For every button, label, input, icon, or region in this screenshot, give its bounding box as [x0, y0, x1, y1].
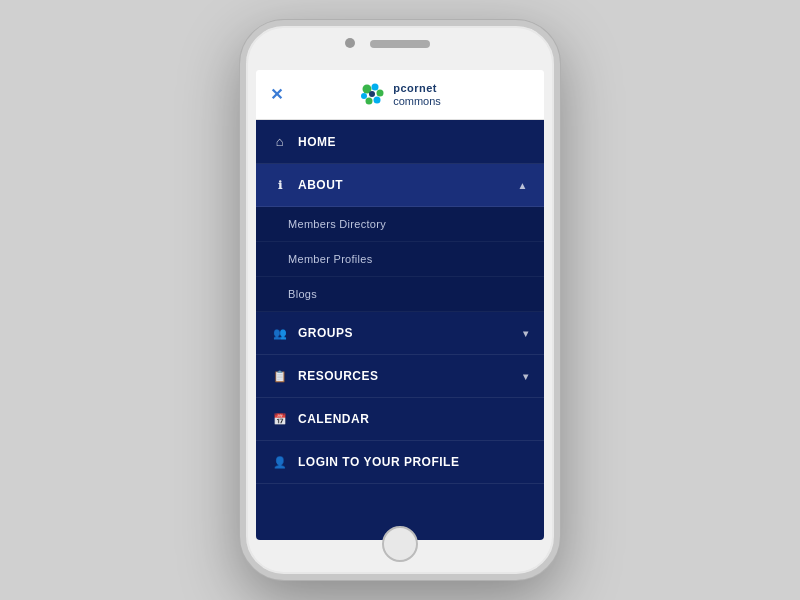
home-icon: ⌂	[272, 134, 288, 149]
nav-item-home[interactable]: ⌂ HOME	[256, 120, 544, 164]
member-profiles-label: Member Profiles	[288, 253, 373, 265]
info-icon: ℹ	[272, 179, 288, 192]
nav-item-groups[interactable]: 👥 GROUPS ▾	[256, 312, 544, 355]
svg-point-3	[374, 96, 381, 103]
nav-label-resources: RESOURCES	[298, 369, 379, 383]
phone-home-button[interactable]	[382, 526, 418, 562]
nav-label-home: HOME	[298, 135, 336, 149]
logo-commons: commons	[393, 95, 441, 107]
svg-point-4	[366, 97, 373, 104]
nav-item-about[interactable]: ℹ ABOUT ▲	[256, 164, 544, 207]
chevron-up-icon: ▲	[518, 180, 528, 191]
phone-speaker	[370, 40, 430, 48]
user-icon: 👤	[272, 456, 288, 469]
blogs-label: Blogs	[288, 288, 317, 300]
logo: pcornet commons	[359, 81, 441, 109]
calendar-icon: 📅	[272, 413, 288, 426]
svg-point-5	[361, 93, 367, 99]
sub-item-blogs[interactable]: Blogs	[256, 277, 544, 312]
nav-label-groups: GROUPS	[298, 326, 353, 340]
logo-text: pcornet commons	[393, 82, 441, 106]
phone-frame: ✕ pcornet commons	[240, 20, 560, 580]
nav-item-resources[interactable]: 📋 RESOURCES ▾	[256, 355, 544, 398]
close-button[interactable]: ✕	[270, 85, 283, 104]
svg-point-6	[369, 91, 375, 97]
sub-item-member-profiles[interactable]: Member Profiles	[256, 242, 544, 277]
logo-icon	[359, 81, 387, 109]
members-directory-label: Members Directory	[288, 218, 386, 230]
nav-item-calendar[interactable]: 📅 CALENDAR	[256, 398, 544, 441]
chevron-down-icon-resources: ▾	[523, 371, 529, 382]
nav-label-about: ABOUT	[298, 178, 343, 192]
logo-pcornet: pcornet	[393, 82, 441, 94]
resources-icon: 📋	[272, 370, 288, 383]
svg-point-2	[377, 89, 384, 96]
svg-point-1	[372, 83, 379, 90]
nav-item-login[interactable]: 👤 LOGIN TO YOUR PROFILE	[256, 441, 544, 484]
app-header: ✕ pcornet commons	[256, 70, 544, 120]
groups-icon: 👥	[272, 327, 288, 340]
phone-camera	[345, 38, 355, 48]
nav-label-calendar: CALENDAR	[298, 412, 369, 426]
nav-menu: ⌂ HOME ℹ ABOUT ▲ Members Directory Membe…	[256, 120, 544, 540]
sub-item-members-directory[interactable]: Members Directory	[256, 207, 544, 242]
chevron-down-icon-groups: ▾	[523, 328, 529, 339]
phone-screen: ✕ pcornet commons	[256, 70, 544, 540]
nav-label-login: LOGIN TO YOUR PROFILE	[298, 455, 459, 469]
